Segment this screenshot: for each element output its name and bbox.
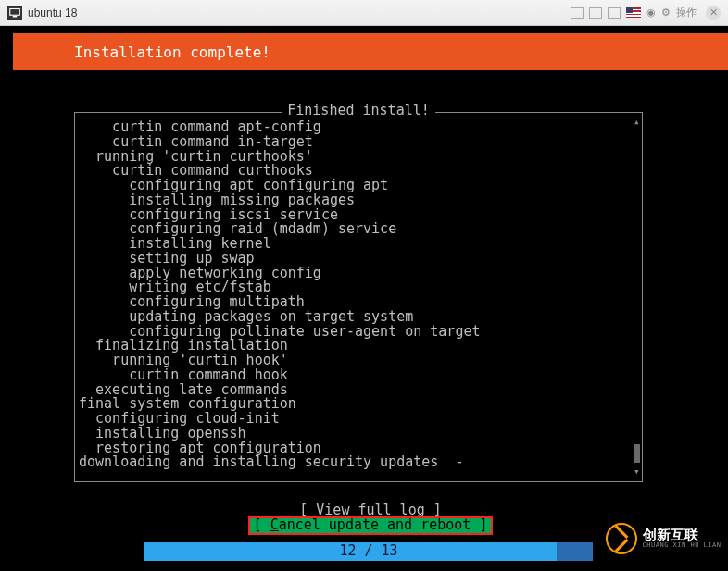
log-box-title: Finished install! xyxy=(282,102,435,118)
close-icon[interactable]: ✕ xyxy=(706,6,721,20)
watermark-sub: CHUANG XIN HU LIAN xyxy=(643,542,722,549)
header-title: Installation complete! xyxy=(74,43,270,61)
log-box-title-wrap: Finished install! xyxy=(75,104,642,118)
watermark: 创新互联 CHUANG XIN HU LIAN xyxy=(598,517,728,560)
header-bar: Installation complete! xyxy=(13,33,728,70)
svg-rect-0 xyxy=(10,8,20,15)
log-output: curtin command apt-config curtin command… xyxy=(79,120,633,478)
win-control-icon[interactable] xyxy=(589,7,602,19)
watermark-logo-icon xyxy=(606,523,637,554)
log-scrollbar[interactable]: ▴ ▾ xyxy=(634,118,640,476)
watermark-brand: 创新互联 xyxy=(643,528,722,542)
scroll-down-icon[interactable]: ▾ xyxy=(634,466,640,478)
win-control-icon[interactable] xyxy=(571,7,584,19)
terminal-area: Finished install! curtin command apt-con… xyxy=(13,70,728,571)
svg-rect-1 xyxy=(13,16,18,18)
vm-title: ubuntu 18 xyxy=(28,6,77,19)
gear-icon[interactable]: ⚙ xyxy=(661,6,671,19)
scroll-thumb[interactable] xyxy=(634,444,640,463)
titlebar-icons: ◉ ⚙ 操作 ✕ xyxy=(571,6,721,20)
us-flag-icon[interactable] xyxy=(626,7,641,18)
vm-screen: Installation complete! Finished install!… xyxy=(0,26,728,571)
vm-titlebar: ubuntu 18 ◉ ⚙ 操作 ✕ xyxy=(0,0,728,26)
vm-monitor-icon xyxy=(7,6,22,20)
progress-bar: 12 / 13 xyxy=(144,542,593,561)
win-control-icon[interactable] xyxy=(608,7,621,19)
log-box: Finished install! curtin command apt-con… xyxy=(74,112,643,482)
scroll-up-icon[interactable]: ▴ xyxy=(634,117,640,128)
progress-label: 12 / 13 xyxy=(144,542,593,561)
disc-icon[interactable]: ◉ xyxy=(646,6,656,19)
cancel-update-reboot-button[interactable]: [ Cancel update and reboot ] xyxy=(250,518,492,533)
action-menu[interactable]: 操作 xyxy=(676,6,697,19)
